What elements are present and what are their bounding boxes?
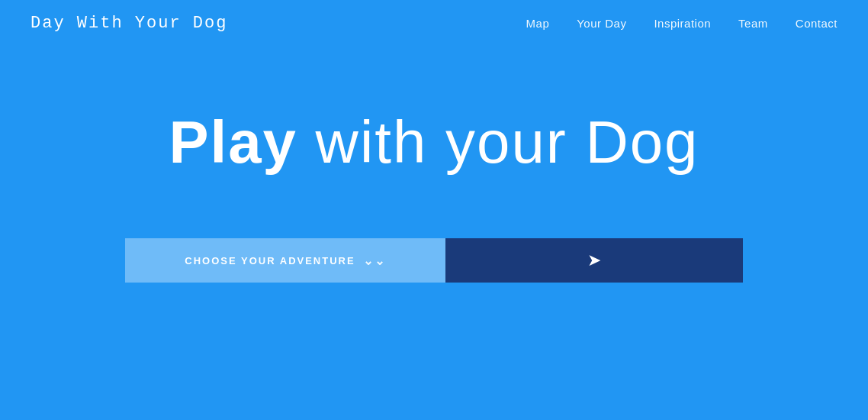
nav-item-inspiration[interactable]: Inspiration	[654, 17, 711, 30]
nav-item-map[interactable]: Map	[526, 17, 550, 30]
choose-adventure-button[interactable]: CHOOSE YOUR ADVENTURE ⌄⌄	[125, 238, 445, 283]
send-icon: ➤	[587, 250, 601, 270]
chevron-down-icon: ⌄⌄	[363, 254, 386, 268]
nav-item-team[interactable]: Team	[738, 17, 768, 30]
hero-section: Play with your Dog CHOOSE YOUR ADVENTURE…	[0, 47, 868, 283]
site-header: Day With Your Dog Map Your Day Inspirati…	[0, 0, 868, 47]
location-button[interactable]: ➤	[445, 238, 743, 283]
nav-item-contact[interactable]: Contact	[796, 17, 837, 30]
main-nav: Map Your Day Inspiration Team Contact	[526, 17, 837, 30]
hero-title-bold: Play	[169, 108, 297, 176]
hero-title-rest: with your Dog	[297, 108, 699, 176]
cta-row: CHOOSE YOUR ADVENTURE ⌄⌄ ➤	[125, 238, 743, 283]
choose-adventure-label: CHOOSE YOUR ADVENTURE	[185, 255, 355, 267]
nav-item-your-day[interactable]: Your Day	[577, 17, 626, 30]
site-title: Day With Your Dog	[31, 14, 227, 33]
hero-title: Play with your Dog	[169, 108, 699, 177]
